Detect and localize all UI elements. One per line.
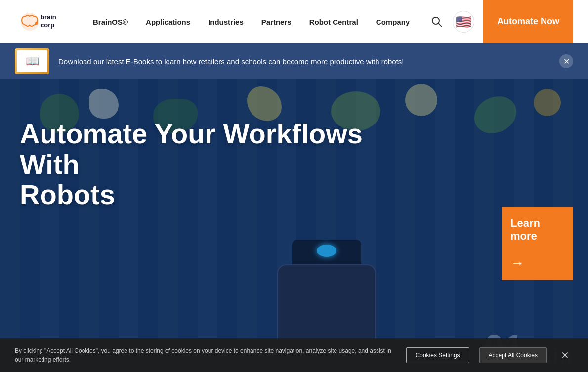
learn-more-button[interactable]: Learn more → xyxy=(502,207,573,280)
banner-close-button[interactable]: ✕ xyxy=(559,54,573,68)
cookies-settings-button[interactable]: Cookies Settings xyxy=(406,347,469,363)
svg-point-3 xyxy=(35,22,38,25)
logo-svg: brain corp xyxy=(15,9,69,34)
notification-banner: Download our latest E-Books to learn how… xyxy=(0,43,588,79)
svg-text:corp: corp xyxy=(41,21,54,29)
svg-text:brain: brain xyxy=(41,13,56,21)
banner-image xyxy=(15,48,49,74)
hero-section: Automate Your Workflows With Robots Lear… xyxy=(0,79,588,372)
nav-item-robot-central[interactable]: Robot Central xyxy=(300,0,367,43)
cookie-consent-banner: By clicking "Accept All Cookies", you ag… xyxy=(0,338,588,372)
language-flag[interactable]: 🇺🇸 xyxy=(453,11,474,33)
cookie-close-button[interactable]: ✕ xyxy=(557,349,573,361)
svg-line-5 xyxy=(439,24,442,27)
learn-more-label: Learn more xyxy=(510,216,564,243)
automate-now-button[interactable]: Automate Now xyxy=(483,0,573,43)
learn-more-arrow-icon: → xyxy=(510,255,524,271)
header-icons: 🇺🇸 xyxy=(428,11,474,33)
nav-item-brainos[interactable]: BrainOS® xyxy=(84,0,137,43)
nav-item-industries[interactable]: Industries xyxy=(199,0,252,43)
banner-text: Download our latest E-Books to learn how… xyxy=(58,57,559,66)
nav-item-applications[interactable]: Applications xyxy=(137,0,199,43)
nav-item-partners[interactable]: Partners xyxy=(252,0,300,43)
robot-eye xyxy=(317,245,336,257)
search-icon[interactable] xyxy=(428,13,446,31)
robot-body xyxy=(277,264,376,348)
robot-illustration xyxy=(272,230,381,348)
hero-headline: Automate Your Workflows With Robots xyxy=(20,119,395,210)
logo[interactable]: brain corp xyxy=(15,9,69,34)
main-nav: BrainOS® Applications Industries Partner… xyxy=(84,0,428,43)
accept-all-cookies-button[interactable]: Accept All Cookies xyxy=(479,347,547,363)
hero-headline-line1: Automate Your Workflows With xyxy=(20,118,363,180)
header: brain corp BrainOS® Applications Industr… xyxy=(0,0,588,43)
nav-item-company[interactable]: Company xyxy=(367,0,419,43)
svg-point-0 xyxy=(21,13,39,31)
cookie-text: By clicking "Accept All Cookies", you ag… xyxy=(15,346,396,364)
hero-headline-line2: Robots xyxy=(20,179,115,210)
